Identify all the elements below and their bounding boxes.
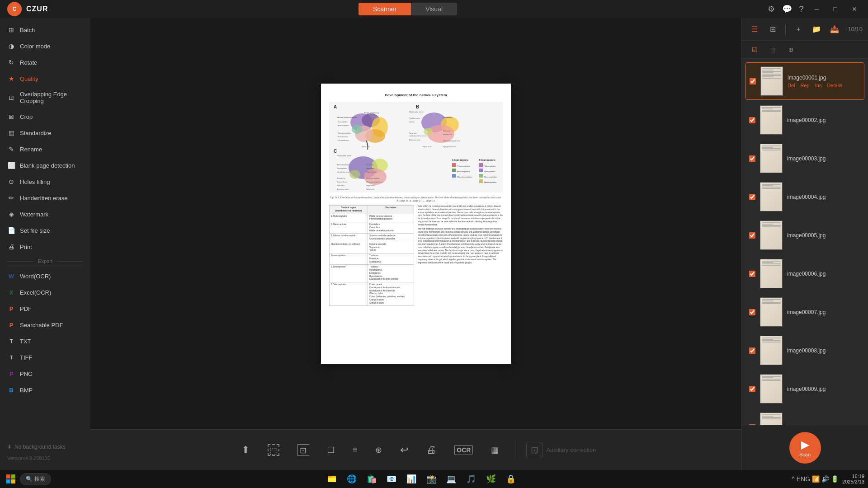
sidebar-item-rotate[interactable]: ↻ Rotate [0,54,90,70]
minimize-button[interactable]: ─ [811,4,823,14]
sidebar-item-color-mode[interactable]: ◑ Color mode [0,38,90,54]
crop-icon: ⊠ [7,113,15,121]
add-button[interactable]: + [791,22,806,37]
sidebar-item-handwritten-erase[interactable]: ✏ Handwritten erase [0,190,90,206]
taskbar-app-4[interactable]: 🎵 [463,471,479,487]
grid-view-button[interactable]: ⊞ [765,22,780,37]
import-button[interactable]: ⬆ [236,441,255,460]
list-item[interactable]: image000010.jpg [745,409,864,425]
sidebar-item-crop[interactable]: ⊠ Crop [0,108,90,125]
undo-button[interactable]: ↩ [395,441,414,460]
start-button[interactable] [4,472,18,486]
maximize-button[interactable]: □ [830,4,841,14]
taskbar-clock[interactable]: 16:19 2025/2/13 [842,474,864,484]
thumbnail-checkbox[interactable] [749,309,755,315]
svg-rect-58 [452,169,456,172]
thumbnail-checkbox[interactable] [749,194,755,200]
svg-rect-70 [6,479,10,483]
taskbar-app-3[interactable]: 💻 [443,471,459,487]
thumbnail-checkbox[interactable] [749,271,755,277]
sidebar-item-excel-ocr[interactable]: X Excel(OCR) [0,284,90,300]
taskbar-app-store[interactable]: 🛍️ [363,471,380,487]
list-item[interactable]: image00002.jpg [745,102,864,138]
sidebar-item-pdf[interactable]: P PDF [0,300,90,317]
taskbar-app-6[interactable]: 🔒 [503,471,519,487]
sidebar-item-batch[interactable]: ⊞ Batch [0,22,90,38]
checkbox-all-button[interactable]: ☑ [747,42,762,57]
taskbar-app-1[interactable]: 📊 [403,471,420,487]
sidebar-item-print[interactable]: 🖨 Print [0,239,90,255]
thumbnail-checkbox[interactable] [749,232,755,239]
list-view-button[interactable]: ☰ [747,22,762,37]
list-item[interactable]: image00003.jpg [745,140,864,177]
sidebar-item-blank-page[interactable]: ⬜ Blank page detection [0,157,90,174]
select-button[interactable]: ⬚ [262,441,285,460]
crop-tool-button[interactable]: ⊡ [292,441,315,460]
insert-action[interactable]: Ins [815,83,822,88]
titlebar-tabs: Scanner Visual [359,3,457,15]
list-item[interactable]: image00004.jpg [745,178,864,215]
wifi-icon[interactable]: 📶 [812,475,820,483]
list-item[interactable]: image00006.jpg [745,255,864,292]
tab-visual[interactable]: Visual [411,3,457,15]
multi-page-button[interactable]: ❑ [322,441,340,459]
sidebar-item-set-file-size[interactable]: 📄 Set file size [0,222,90,239]
pdf-icon: P [7,305,15,313]
qr-button[interactable]: ▦ [486,441,504,459]
list-item[interactable]: image00007.jpg [745,294,864,330]
details-action[interactable]: Details [827,83,842,88]
list-item[interactable]: image00005.jpg [745,217,864,253]
sidebar-item-txt[interactable]: T TXT [0,333,90,349]
select-area-button[interactable]: ⬚ [765,42,780,57]
print-tool-button[interactable]: 🖨 [421,441,442,460]
sidebar-item-quality[interactable]: ★ Quality [0,70,90,87]
sidebar-item-watermark[interactable]: ◈ Watermark [0,206,90,222]
color-circle-button[interactable]: ⊛ [370,441,387,459]
thumbnail-checkbox[interactable] [749,117,755,123]
no-bg-tasks-icon: ⬇ [7,444,12,450]
tray-arrow-icon[interactable]: ^ [792,475,795,483]
svg-rect-68 [6,474,10,479]
thumbnail-checkbox[interactable] [749,155,755,162]
ocr-button[interactable]: OCR [449,441,478,459]
sidebar-item-standardize[interactable]: ▦ Standardize [0,125,90,141]
help-icon[interactable]: ? [799,5,804,14]
sidebar-item-word-ocr[interactable]: W Word(OCR) [0,268,90,284]
thumbnail-checkbox[interactable] [749,386,755,392]
settings-icon[interactable]: ⚙ [768,4,775,14]
select-pages-button[interactable]: ⊞ [783,42,798,57]
sidebar-item-holes-filling[interactable]: ⊙ Holes filling [0,174,90,190]
taskbar-app-edge[interactable]: 🌐 [344,471,360,487]
list-item[interactable]: image00009.jpg [745,371,864,407]
close-button[interactable]: ✕ [848,4,861,14]
sidebar-item-tiff[interactable]: T TIFF [0,349,90,366]
sidebar-item-png[interactable]: P PNG [0,366,90,382]
taskbar-app-mail[interactable]: 📧 [383,471,400,487]
thumbnail-checkbox[interactable] [749,347,755,354]
export-button[interactable]: 📤 [827,22,842,37]
chat-icon[interactable]: 💬 [782,4,792,14]
thumbnail-checkbox[interactable] [750,78,756,84]
sidebar-item-rename[interactable]: ✎ Rename [0,141,90,157]
sidebar-item-bmp[interactable]: B BMP [0,382,90,398]
scan-area: ▶ Scan [742,425,868,470]
language-icon[interactable]: ENG [797,475,810,483]
taskbar-app-5[interactable]: 🌿 [483,471,499,487]
list-item[interactable]: image00001.jpg Del Rep Ins Details [745,62,864,100]
battery-icon[interactable]: 🔋 [831,475,839,483]
replace-action[interactable]: Rep [801,83,810,88]
auxiliary-correction-btn[interactable]: ⊡ Auxiliary correction [526,442,596,458]
tab-scanner[interactable]: Scanner [359,3,411,15]
scan-button[interactable]: ▶ Scan [789,432,821,464]
sidebar-item-searchable-pdf[interactable]: P Searchable PDF [0,317,90,333]
taskbar-app-2[interactable]: 📸 [423,471,439,487]
delete-action[interactable]: Del [788,83,795,88]
taskbar-search[interactable]: 🔍 搜索 [20,473,51,485]
folder-button[interactable]: 📁 [809,22,824,37]
thumbnail-image [760,336,783,365]
sidebar-item-overlapping-edge[interactable]: ⊡ Overlapping Edge Cropping [0,87,90,108]
taskbar-app-explorer[interactable] [324,471,340,487]
list-item[interactable]: image00008.jpg [745,332,864,369]
volume-icon[interactable]: 🔊 [821,475,829,483]
adjust-button[interactable]: ≡ [347,441,363,458]
